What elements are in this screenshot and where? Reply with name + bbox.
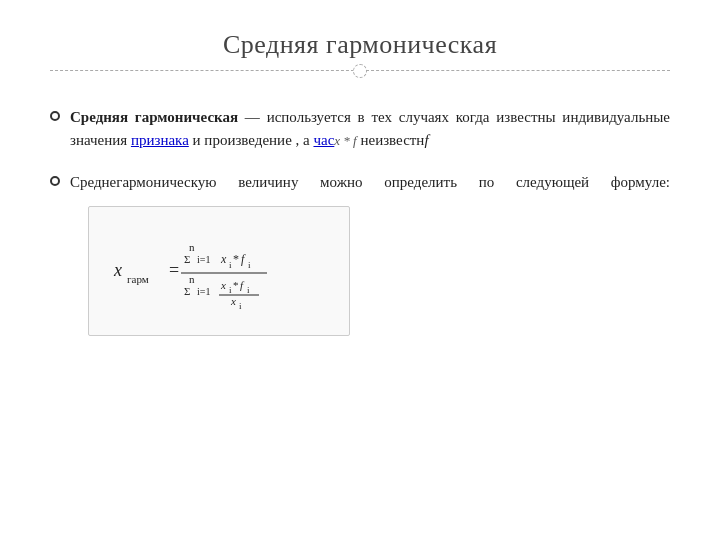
italic-f: f (424, 132, 428, 148)
svg-text:f: f (241, 252, 246, 266)
bullet-dot (50, 111, 60, 121)
text-segment-6: неизвестн (357, 132, 425, 148)
svg-text:i=1: i=1 (197, 254, 210, 265)
svg-text:i: i (229, 285, 232, 295)
svg-text:n: n (189, 273, 195, 285)
svg-text:i=1: i=1 (197, 286, 210, 297)
bold-term: Средняя гармоническая (70, 109, 238, 125)
link-priznak[interactable]: признака (131, 132, 189, 148)
svg-text:x: x (220, 279, 226, 291)
svg-text:Σ: Σ (184, 285, 190, 297)
svg-text:*: * (233, 252, 239, 266)
svg-text:i: i (239, 301, 242, 311)
link-chast[interactable]: час (313, 132, 334, 148)
svg-text:x: x (113, 260, 122, 280)
list-item: Средняя гармоническая — используется в т… (50, 106, 670, 153)
content-area: Средняя гармоническая — используется в т… (50, 106, 670, 343)
bullet-text-1: Средняя гармоническая — используется в т… (70, 106, 670, 153)
svg-text:Σ: Σ (184, 253, 190, 265)
svg-text:n: n (189, 241, 195, 253)
inline-formula-xf: x * f (334, 133, 356, 148)
formula-svg: x гарм = n Σ i=1 x i * f i (109, 221, 329, 321)
svg-text:x: x (220, 252, 227, 266)
title-area: Средняя гармоническая (50, 30, 670, 71)
svg-text:*: * (233, 279, 239, 291)
svg-text:i: i (247, 285, 250, 295)
svg-text:i: i (248, 260, 251, 270)
svg-text:i: i (229, 260, 232, 270)
page-title: Средняя гармоническая (50, 30, 670, 60)
svg-text:=: = (169, 260, 179, 280)
text-segment-5: а (299, 132, 313, 148)
formula-box: x гарм = n Σ i=1 x i * f i (88, 206, 350, 336)
slide: Средняя гармоническая Средняя гармоничес… (0, 0, 720, 540)
text-segment-3: роизведение (212, 132, 291, 148)
bullet2-text: Среднегармоническую величину можно опред… (70, 174, 670, 190)
text-segment-2: и п (189, 132, 213, 148)
svg-text:x: x (230, 295, 236, 307)
svg-text:гарм: гарм (127, 273, 149, 285)
title-divider-circle (353, 64, 367, 78)
bullet-dot (50, 176, 60, 186)
list-item: Среднегармоническую величину можно опред… (50, 171, 670, 344)
svg-text:f: f (240, 279, 245, 291)
bullet-text-2: Среднегармоническую величину можно опред… (70, 171, 670, 344)
